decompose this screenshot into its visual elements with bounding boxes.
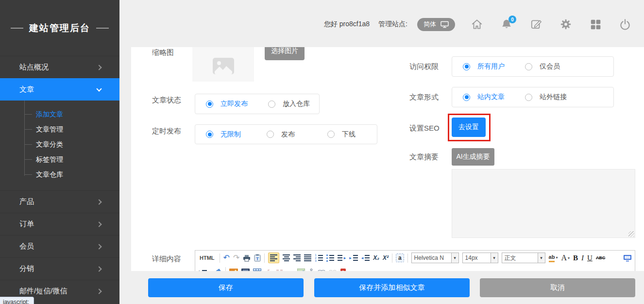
chevron-right-icon xyxy=(96,65,102,70)
ordered-list-icon[interactable]: 123 xyxy=(315,253,322,262)
submenu-item-article-management[interactable]: 文章管理 xyxy=(0,122,119,137)
home-icon[interactable] xyxy=(471,18,483,31)
thumbnail-placeholder[interactable] xyxy=(192,47,254,82)
insert-table-icon[interactable] xyxy=(253,269,261,271)
radio-option-internal-article[interactable]: 站内文章 xyxy=(463,93,525,101)
unlink-icon[interactable] xyxy=(329,269,337,271)
radio-unchecked-icon[interactable] xyxy=(525,94,532,101)
radio-unchecked-icon[interactable] xyxy=(327,131,335,138)
save-button[interactable]: 保存 xyxy=(148,278,304,297)
sidebar-item-label: 文章 xyxy=(19,85,34,94)
bell-icon[interactable]: 0 xyxy=(500,18,513,31)
anchor-icon[interactable] xyxy=(308,269,314,271)
radio-checked-icon[interactable] xyxy=(206,101,213,108)
radio-option-label: 立即发布 xyxy=(220,100,248,108)
gear-icon[interactable] xyxy=(559,18,572,31)
justify-icon[interactable] xyxy=(304,254,311,261)
merge-cells-icon[interactable] xyxy=(276,269,283,271)
ai-generate-summary-button[interactable]: AI生成摘要 xyxy=(452,148,494,166)
cancel-button[interactable]: 取消 xyxy=(480,278,635,297)
insert-image-icon[interactable] xyxy=(229,269,238,271)
user-greeting: 您好 pro8cf1a8 xyxy=(324,20,370,29)
radio-unchecked-icon[interactable] xyxy=(525,63,532,70)
summary-label: 文章摘要 xyxy=(409,152,439,162)
scheduled-publish-label: 定时发布 xyxy=(152,127,181,136)
sidebar-item-members[interactable]: 会员 xyxy=(0,235,119,257)
radio-option-no-limit[interactable]: 无限制 xyxy=(206,130,267,139)
link-icon[interactable] xyxy=(318,269,325,271)
align-left-icon[interactable] xyxy=(268,253,279,263)
chevron-down-icon xyxy=(96,86,102,91)
bold-button[interactable]: B xyxy=(573,254,578,262)
sidebar-item-products[interactable]: 产品 xyxy=(0,190,119,213)
article-status-label: 文章状态 xyxy=(152,96,181,105)
first-line-indent-icon[interactable]: ▸ xyxy=(338,255,346,261)
align-right-icon[interactable] xyxy=(293,254,301,261)
italic-button[interactable]: I xyxy=(581,254,584,262)
detail-content-label: 详细内容 xyxy=(152,254,181,264)
sidebar-item-label: 站点概况 xyxy=(19,63,49,72)
submenu-item-article-warehouse[interactable]: 文章仓库 xyxy=(0,167,119,182)
html-source-button[interactable]: HTML xyxy=(198,255,216,261)
radio-option-publish-now[interactable]: 立即发布 xyxy=(206,100,268,108)
insert-video-icon[interactable] xyxy=(241,269,250,271)
highlight-glyph: ab xyxy=(549,253,555,262)
article-status-group: 立即发布 放入仓库 xyxy=(195,94,320,114)
radio-option-members-only[interactable]: 仅会员 xyxy=(525,62,587,71)
paste-icon[interactable]: T xyxy=(254,254,261,262)
radio-option-external-link[interactable]: 站外链接 xyxy=(525,93,587,101)
chevron-down-icon: ▾ xyxy=(538,253,545,263)
radio-option-publish[interactable]: 发布 xyxy=(267,130,327,139)
highlight-color-button[interactable]: ab▾ xyxy=(549,253,558,262)
submenu-item-article-category[interactable]: 文章分类 xyxy=(0,137,119,152)
align-center-icon[interactable] xyxy=(283,254,290,261)
insert-map-icon[interactable] xyxy=(297,269,305,271)
radio-option-offline[interactable]: 下线 xyxy=(327,130,388,139)
unordered-list-icon[interactable] xyxy=(326,254,334,262)
attach-pdf-icon[interactable]: A xyxy=(340,268,347,271)
power-icon[interactable] xyxy=(619,18,631,31)
save-and-add-similar-button[interactable]: 保存并添加相似文章 xyxy=(314,278,470,297)
svg-text:A: A xyxy=(341,270,344,271)
outdent-icon[interactable]: ◂ xyxy=(361,255,370,261)
pagebreak-icon[interactable] xyxy=(265,269,272,271)
paragraph-format-select[interactable]: 正文▾ xyxy=(502,253,545,263)
submenu-item-tag-management[interactable]: 标签管理 xyxy=(0,152,119,167)
sidebar-item-orders[interactable]: 订单 xyxy=(0,213,119,235)
preview-icon[interactable] xyxy=(623,254,632,262)
radio-checked-icon[interactable] xyxy=(463,94,470,101)
font-color-button[interactable]: A▾ xyxy=(561,254,570,262)
radio-checked-icon[interactable] xyxy=(206,131,213,138)
radio-unchecked-icon[interactable] xyxy=(267,131,274,138)
seo-setup-button[interactable]: 去设置 xyxy=(452,118,486,137)
undo-icon[interactable]: ↶ xyxy=(223,254,230,262)
indent-icon[interactable]: ▸ xyxy=(349,255,358,261)
radio-option-to-warehouse[interactable]: 放入仓库 xyxy=(268,100,330,108)
choose-image-button[interactable]: 选择图片 xyxy=(265,47,305,60)
submenu-item-add-article[interactable]: 添加文章 xyxy=(0,107,119,122)
apps-grid-icon[interactable] xyxy=(589,18,602,31)
superscript-button[interactable]: X² xyxy=(383,254,389,261)
access-permission-group: 所有用户 仅会员 xyxy=(452,56,614,77)
language-site-pill[interactable]: 简体 xyxy=(417,18,455,31)
sidebar-item-articles[interactable]: 文章 xyxy=(0,78,119,101)
edit-icon[interactable] xyxy=(530,18,542,31)
strikethrough-button[interactable]: ABC xyxy=(596,255,606,260)
eraser-icon[interactable] xyxy=(215,269,222,271)
line-height-icon[interactable]: ↕▾ xyxy=(198,270,211,271)
radio-unchecked-icon[interactable] xyxy=(268,101,275,108)
redo-icon[interactable]: ↷ xyxy=(233,254,239,262)
sidebar-item-site-overview[interactable]: 站点概况 xyxy=(0,56,119,78)
underline-button[interactable]: U xyxy=(587,254,593,262)
sidebar-item-distribution[interactable]: 分销 xyxy=(0,257,119,280)
manage-site-label: 管理站点: xyxy=(378,20,407,29)
print-icon[interactable] xyxy=(243,254,251,262)
autotypeset-button[interactable]: a xyxy=(396,253,404,262)
font-size-select[interactable]: 14px▾ xyxy=(462,253,498,263)
subscript-button[interactable]: X₂ xyxy=(373,254,379,261)
radio-option-all-users[interactable]: 所有用户 xyxy=(463,62,525,71)
chevron-down-icon: ▾ xyxy=(491,253,498,263)
radio-checked-icon[interactable] xyxy=(463,63,470,70)
summary-textarea[interactable] xyxy=(452,169,635,238)
font-family-select[interactable]: Helvetica N▾ xyxy=(411,253,459,263)
